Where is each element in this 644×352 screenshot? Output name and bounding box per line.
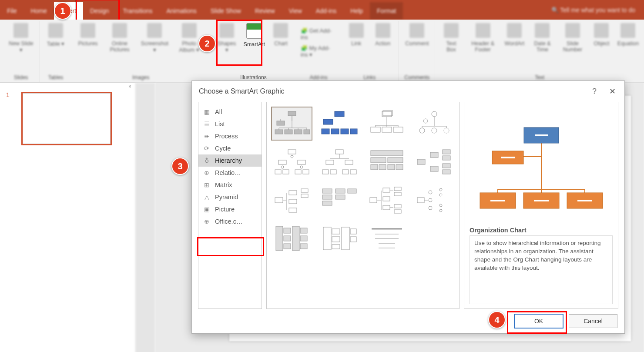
- my-addins-button[interactable]: 🧩 My Add-ins ▾: [301, 45, 336, 58]
- screenshot-button[interactable]: Screenshot ▾: [139, 21, 170, 68]
- tab-review[interactable]: Review: [248, 2, 282, 20]
- tab-view[interactable]: View: [282, 2, 309, 20]
- svg-rect-60: [371, 158, 386, 163]
- cancel-button[interactable]: Cancel: [569, 314, 617, 328]
- svg-rect-116: [323, 227, 331, 250]
- cat-hierarchy[interactable]: ♁Hierarchy: [198, 154, 262, 167]
- preview-title: Organization Chart: [470, 227, 613, 234]
- preview-pane: Organization Chart Use to show hierarchi…: [464, 102, 618, 309]
- cat-process[interactable]: ➠Process: [198, 130, 262, 142]
- tab-file[interactable]: File: [0, 2, 24, 20]
- object-button[interactable]: Object: [589, 21, 614, 68]
- svg-rect-56: [350, 170, 356, 174]
- tab-insert[interactable]: Insert: [54, 2, 83, 20]
- layout-circle-org[interactable]: [413, 107, 455, 141]
- picture-icon: ▣: [203, 206, 211, 212]
- pictures-button[interactable]: Pictures: [76, 21, 101, 68]
- layout-horizontal-labeled[interactable]: [319, 183, 360, 217]
- tab-slideshow[interactable]: Slide Show: [204, 2, 248, 20]
- svg-rect-110: [284, 228, 291, 233]
- group-images: Pictures Online Pictures Screenshot ▾ Ph…: [72, 21, 210, 82]
- cat-all[interactable]: ▦All: [198, 106, 262, 118]
- svg-rect-117: [342, 227, 349, 250]
- tell-me-search[interactable]: 🔍 Tell me what you want to do: [551, 7, 635, 13]
- comment-button[interactable]: Comment: [402, 21, 431, 68]
- group-text: Text Box Header & Footer WordArt Date & …: [435, 21, 644, 82]
- layout-labeled-hierarchy[interactable]: [319, 145, 360, 179]
- header-footer-button[interactable]: Header & Footer: [465, 21, 500, 68]
- smartart-button[interactable]: SmartArt: [242, 21, 267, 68]
- link-button[interactable]: Link: [344, 21, 369, 68]
- svg-rect-121: [350, 229, 356, 234]
- tab-transitions[interactable]: Transitions: [116, 2, 160, 20]
- online-pictures-button[interactable]: Online Pictures: [102, 21, 138, 68]
- equation-button[interactable]: Equation: [616, 21, 641, 68]
- ok-button[interactable]: OK: [514, 314, 564, 329]
- cat-list[interactable]: ☰List: [198, 118, 262, 130]
- cat-picture[interactable]: ▣Picture: [198, 203, 262, 215]
- textbox-button[interactable]: Text Box: [439, 21, 463, 68]
- panel-close-icon[interactable]: ×: [128, 84, 131, 90]
- svg-rect-76: [289, 208, 297, 212]
- svg-rect-70: [443, 156, 450, 160]
- svg-rect-15: [335, 111, 344, 117]
- cat-cycle[interactable]: ⟳Cycle: [198, 142, 262, 154]
- svg-rect-99: [417, 198, 424, 203]
- layout-text-hierarchy[interactable]: [366, 221, 407, 255]
- photo-album-button[interactable]: Photo Album ▾: [172, 21, 206, 68]
- slide-thumbnail-1[interactable]: [23, 93, 111, 144]
- layout-picture-org[interactable]: [319, 107, 360, 141]
- close-icon[interactable]: ✕: [606, 85, 618, 97]
- cat-pyramid[interactable]: △Pyramid: [198, 191, 262, 203]
- layout-hierarchy-list[interactable]: [271, 221, 312, 255]
- layout-table-hierarchy[interactable]: [366, 145, 407, 179]
- layout-name-title-org[interactable]: [366, 107, 407, 141]
- svg-rect-16: [323, 119, 333, 124]
- svg-rect-69: [443, 150, 450, 154]
- action-button[interactable]: Action: [370, 21, 395, 68]
- svg-rect-74: [289, 191, 297, 195]
- svg-rect-44: [283, 170, 289, 174]
- tell-me-label: Tell me what you want to do: [560, 7, 635, 13]
- cat-relationship[interactable]: ⊕Relatio…: [198, 167, 262, 179]
- layout-lined-list[interactable]: [319, 221, 360, 255]
- svg-rect-114: [300, 236, 307, 241]
- get-addins-button[interactable]: 🧩 Get Add-ins: [301, 27, 336, 40]
- group-label-images: Images: [132, 74, 149, 82]
- layout-org-chart[interactable]: [271, 107, 312, 141]
- process-icon: ➠: [203, 133, 211, 139]
- chart-button[interactable]: Chart: [268, 21, 293, 68]
- shapes-button[interactable]: Shapes ▾: [214, 21, 240, 68]
- tab-home[interactable]: Home: [24, 2, 54, 20]
- table-button[interactable]: Table ▾: [44, 21, 68, 68]
- help-icon[interactable]: ?: [592, 87, 597, 96]
- wordart-button[interactable]: WordArt: [502, 21, 527, 68]
- svg-rect-98: [394, 210, 401, 213]
- tab-addins[interactable]: Add-ins: [309, 2, 343, 20]
- smartart-icon: [246, 23, 262, 39]
- layout-horizontal-org[interactable]: [413, 145, 455, 179]
- svg-point-103: [439, 188, 442, 191]
- cat-matrix[interactable]: ⊞Matrix: [198, 179, 262, 191]
- svg-rect-65: [396, 164, 403, 170]
- svg-point-104: [439, 194, 442, 196]
- slide-thumbnail-panel: × 1: [0, 83, 135, 352]
- svg-rect-68: [430, 166, 438, 171]
- slide-number: 1: [6, 91, 10, 98]
- date-time-button[interactable]: Date & Time: [529, 21, 556, 68]
- svg-rect-18: [331, 129, 339, 134]
- dialog-button-row: OK Cancel: [192, 309, 624, 333]
- cat-office[interactable]: ⊕Office.c…: [198, 215, 262, 228]
- slide-number-button[interactable]: Slide Number: [558, 21, 587, 68]
- layout-horizontal-hierarchy[interactable]: [271, 183, 312, 217]
- svg-rect-51: [326, 160, 334, 164]
- tab-format[interactable]: Format: [370, 2, 403, 20]
- svg-rect-66: [417, 159, 425, 164]
- tab-animations[interactable]: Animations: [159, 2, 203, 20]
- tab-help[interactable]: Help: [343, 2, 370, 20]
- layout-horizontal-bullets[interactable]: [413, 183, 455, 217]
- new-slide-button[interactable]: New Slide ▾: [6, 21, 36, 68]
- layout-hierarchy[interactable]: [271, 145, 312, 179]
- layout-horizontal-multi[interactable]: [366, 183, 407, 217]
- tab-design[interactable]: Design: [83, 2, 116, 20]
